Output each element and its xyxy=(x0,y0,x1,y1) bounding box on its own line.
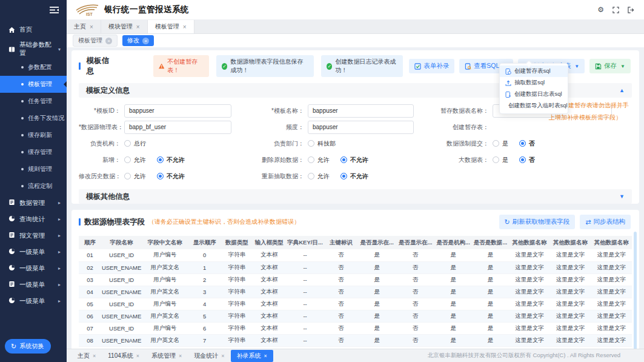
table-cell: 是 xyxy=(434,286,471,298)
bottom-tab-1104[interactable]: 1104系统× xyxy=(102,350,145,362)
table-row[interactable]: 05USER_ID用户编号4字符串文本框--否是否是是这里是文字这里是文字这里是… xyxy=(79,298,632,310)
sidebar-group-menu-1[interactable]: 一级菜单▸ xyxy=(0,244,67,260)
table-row[interactable]: 02USER_ENAME用户英文名1字符串文本框--否是否是是这里是文字这里是文… xyxy=(79,261,632,273)
table-cell: 2 xyxy=(188,273,221,286)
table-row[interactable]: 06USER_ENAME用户英文名5字符串文本框--否是否是是这里是文字这里是文… xyxy=(79,310,632,322)
table-cell: -- xyxy=(286,310,324,322)
close-circle-icon[interactable]: × xyxy=(142,38,149,44)
radio-force-submit-no[interactable] xyxy=(519,140,526,147)
close-icon[interactable]: × xyxy=(264,353,267,359)
sidebar-item-cache-mgmt[interactable]: 缓存管理 xyxy=(0,144,67,161)
doc-refresh-icon xyxy=(505,69,511,75)
bottom-task-bar: 主页× 1104系统× 系统管理× 现金统计× 补录系统× 北京银丰新融科技开发… xyxy=(67,349,644,362)
table-cell: 是 xyxy=(358,298,396,310)
bottom-tab-cash-stats[interactable]: 现金统计× xyxy=(188,350,230,362)
radio-dept-tech[interactable] xyxy=(308,140,314,147)
close-icon[interactable]: × xyxy=(93,353,96,359)
close-circle-icon[interactable]: × xyxy=(105,38,112,44)
column-header: 数据类型 xyxy=(221,236,252,249)
radio-org-head-office[interactable] xyxy=(124,140,131,147)
tab-module-mgmt[interactable]: 模块管理× xyxy=(101,20,148,33)
fullscreen-icon[interactable] xyxy=(612,7,619,13)
close-icon[interactable]: × xyxy=(221,353,224,359)
source-table-input[interactable] xyxy=(124,121,231,134)
table-cell: 文本框 xyxy=(253,334,286,346)
sync-arrows-icon: ⇄ xyxy=(585,218,591,226)
save-button[interactable]: 保存 ▼ xyxy=(589,59,631,73)
frequency-input[interactable] xyxy=(308,121,414,134)
sidebar-group-menu-4[interactable]: 一级菜单▸ xyxy=(0,293,67,309)
sidebar-item-task-dispatch[interactable]: 任务下发情况 xyxy=(0,110,67,127)
button-label: 同步表结构 xyxy=(594,218,626,226)
table-row[interactable]: 07USER_ID用户编号6字符串文本框--否是否是是这里是文字这里是文字这里是… xyxy=(79,322,632,334)
template-id-input[interactable] xyxy=(124,104,231,118)
radio-add-allow[interactable] xyxy=(124,156,131,163)
table-row[interactable]: 03USER_ID用户编号2字符串文本框--否是否是是这里是文字这里是文字这里是… xyxy=(79,273,632,286)
template-name-input[interactable] xyxy=(308,104,414,118)
tab-home[interactable]: 主页× xyxy=(67,20,101,33)
close-icon[interactable]: × xyxy=(136,24,140,30)
radio-force-submit-yes[interactable] xyxy=(493,140,499,147)
form-supplement-button[interactable]: 表单补录 xyxy=(409,59,454,73)
table-cell: 字符串 xyxy=(221,249,252,261)
sidebar-group-menu-2[interactable]: 一级菜单▸ xyxy=(0,260,67,277)
sidebar-item-process-custom[interactable]: 流程定制 xyxy=(0,178,67,195)
table-cell: 4 xyxy=(188,298,221,310)
table-row[interactable]: 08USER_ENAME用户英文名7字符串文本框--否是否是是这里是文字这里是文… xyxy=(79,334,632,346)
sidebar-group-data-mgmt[interactable]: 数据管理▸ xyxy=(0,195,67,211)
table-row[interactable]: 04USER_ENAME用户英文名3字符串文本框--否是否是是这里是文字这里是文… xyxy=(79,286,632,298)
close-icon[interactable]: × xyxy=(183,24,187,30)
system-switch-button[interactable]: ↻ 系统切换 xyxy=(5,339,51,354)
menu-item-create-import-temp-table-sql[interactable]: 创建数据导入临时表sql xyxy=(500,100,568,112)
sidebar-group-query-stats[interactable]: 查询统计▸ xyxy=(0,211,67,227)
sidebar-item-template-mgmt[interactable]: 模板管理 xyxy=(0,76,67,93)
table-cell: 6 xyxy=(188,322,221,334)
radio-big-table-yes[interactable] xyxy=(493,156,499,163)
sync-structure-button[interactable]: ⇄ 同步表结构 xyxy=(580,215,631,229)
gear-icon[interactable]: ⚙ xyxy=(597,5,604,14)
close-icon[interactable]: × xyxy=(90,24,93,30)
tag-edit[interactable]: 修改× xyxy=(122,35,154,46)
sidebar-item-home[interactable]: 首页 xyxy=(0,20,67,39)
radio-big-table-no[interactable] xyxy=(519,156,526,163)
menu-fold-icon[interactable] xyxy=(50,7,59,13)
sidebar-item-cache-refresh[interactable]: 缓存刷新 xyxy=(0,127,67,144)
close-icon[interactable]: × xyxy=(179,353,182,359)
collapse-down-icon[interactable]: ▼ xyxy=(619,193,625,199)
collapse-up-icon[interactable]: ▲ xyxy=(619,87,625,93)
vertical-scrollbar-thumb[interactable] xyxy=(634,232,637,349)
close-icon[interactable]: × xyxy=(136,353,139,359)
radio-edit-history-allow[interactable] xyxy=(124,173,131,179)
radio-re-extract-allow[interactable] xyxy=(308,173,314,179)
radio-add-deny[interactable] xyxy=(157,156,164,163)
menu-item-create-temp-table-sql[interactable]: 创建暂存表sql xyxy=(500,65,568,77)
sidebar-group-menu-3[interactable]: 一级菜单▸ xyxy=(0,277,67,293)
chevron-down-icon: ▾ xyxy=(58,47,61,52)
tag-template-mgmt[interactable]: 模板管理× xyxy=(73,35,118,47)
radio-del-raw-allow[interactable] xyxy=(308,156,314,163)
table-cell: 这里是文字 xyxy=(509,286,550,298)
bottom-tab-home[interactable]: 主页× xyxy=(71,350,102,362)
table-row[interactable]: 01USER_ID用户编号0字符串文本框--否是否是是这里是文字这里是文字这里是… xyxy=(79,249,632,261)
sidebar-item-task-mgmt[interactable]: 任务管理 xyxy=(0,93,67,110)
table-cell: 用户英文名 xyxy=(142,334,188,346)
sidebar-item-rule-mgmt[interactable]: 规则管理 xyxy=(0,161,67,178)
sidebar-group-message-mgmt[interactable]: 报文管理▸ xyxy=(0,227,67,244)
tab-template-mgmt[interactable]: 模板管理× xyxy=(148,20,194,33)
field-label: 数据强制提交： xyxy=(417,139,493,148)
bottom-tab-system-mgmt[interactable]: 系统管理× xyxy=(145,350,188,362)
radio-re-extract-deny[interactable] xyxy=(340,173,347,179)
radio-edit-history-deny[interactable] xyxy=(157,173,164,179)
menu-item-extract-data-sql[interactable]: 抽取数据sql xyxy=(500,77,568,89)
radio-del-raw-deny[interactable] xyxy=(340,156,347,163)
bottom-tab-supplement-system[interactable]: 补录系统× xyxy=(231,350,273,362)
sidebar-item-param-config[interactable]: 参数配置 xyxy=(0,59,67,76)
refresh-fields-button[interactable]: ↻ 刷新获取物理表字段 xyxy=(499,215,576,229)
sidebar-group-label: 查询统计 xyxy=(19,215,45,224)
sidebar-group-base-config[interactable]: 基础参数配置 ▾ xyxy=(0,39,67,59)
accent-bar xyxy=(79,218,81,226)
table-cell: 否 xyxy=(324,310,357,322)
app-logo-icon: IST xyxy=(74,3,99,16)
logout-icon[interactable] xyxy=(628,7,634,13)
menu-item-create-data-log-table-sql[interactable]: 创建数据日志表sql xyxy=(500,89,568,100)
